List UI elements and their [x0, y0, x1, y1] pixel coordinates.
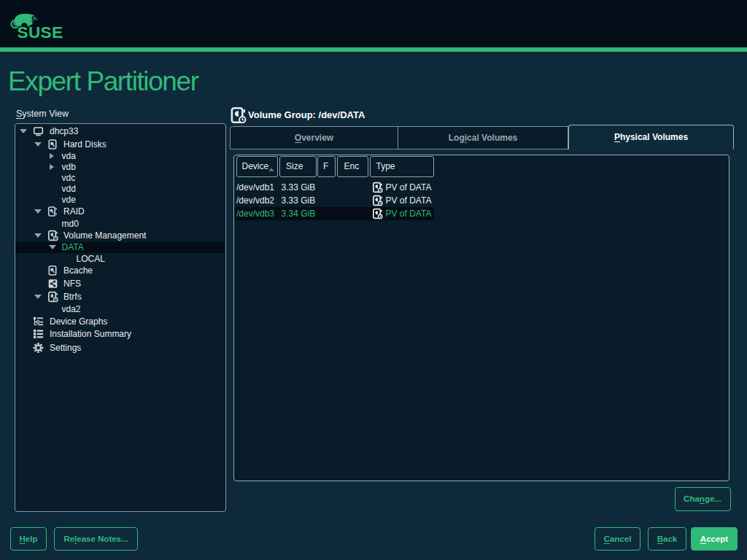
svg-text:SUSE: SUSE [18, 23, 63, 42]
